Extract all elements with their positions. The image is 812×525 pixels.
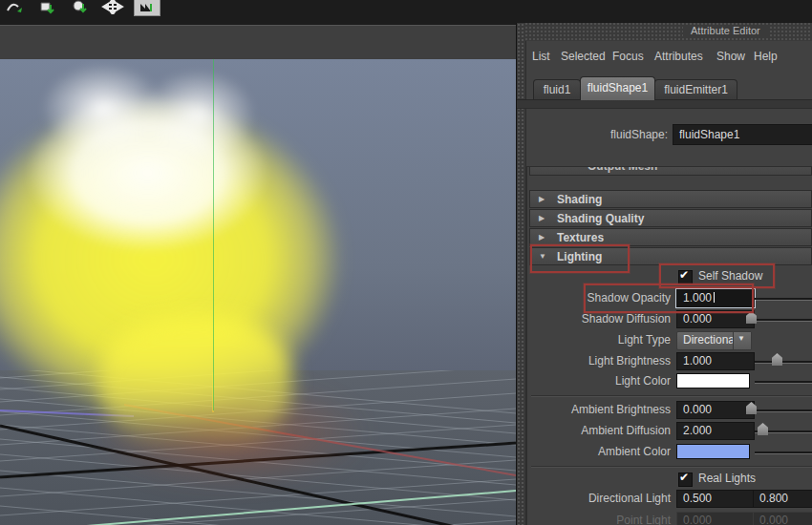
- shadow-opacity-label: Shadow Opacity: [527, 291, 671, 304]
- slider-handle[interactable]: [758, 423, 768, 435]
- check-icon: ✔: [679, 268, 689, 282]
- attribute-editor-titlebar[interactable]: Attribute Editor: [525, 23, 812, 41]
- perspective-viewport[interactable]: [0, 59, 516, 525]
- fluid-tool-icon-1[interactable]: [3, 0, 28, 16]
- real-lights-row: ✔ Real Lights: [527, 472, 812, 491]
- ambient-brightness-label: Ambient Brightness: [527, 403, 671, 416]
- light-brightness-field[interactable]: 1.000: [676, 352, 755, 370]
- section-shading[interactable]: ▶ Shading: [529, 190, 812, 208]
- chevron-right-icon: ▶: [539, 233, 545, 242]
- group-divider: [531, 466, 812, 468]
- light-brightness-slider[interactable]: [755, 361, 812, 363]
- shadow-diffusion-field[interactable]: 0.000: [676, 310, 755, 328]
- section-textures[interactable]: ▶ Textures: [529, 228, 812, 246]
- directional-light-row: Directional Light 0.500 0.800: [527, 490, 812, 509]
- light-color-row: Light Color: [527, 372, 812, 391]
- tab-fluidshape1[interactable]: fluidShape1: [580, 76, 655, 100]
- shadow-opacity-slider[interactable]: [755, 298, 812, 300]
- slider-handle[interactable]: [772, 353, 782, 366]
- chevron-right-icon: ▶: [539, 214, 545, 222]
- section-shading-quality[interactable]: ▶ Shading Quality: [529, 209, 812, 227]
- real-lights-checkbox[interactable]: ✔: [678, 472, 693, 487]
- shadow-diffusion-label: Shadow Diffusion: [527, 312, 671, 326]
- section-output-mesh-clipped[interactable]: Output Mesh: [529, 167, 812, 177]
- point-light-row: Point Light 0.000 0.000: [527, 512, 812, 525]
- fluid-emitter-icon[interactable]: [68, 0, 93, 16]
- light-type-row: Light Type Directional ▼: [527, 331, 812, 350]
- menu-list[interactable]: List: [532, 50, 550, 63]
- directional-light-field-1[interactable]: 0.500: [676, 490, 755, 508]
- chevron-down-icon: ▼: [539, 252, 546, 261]
- light-type-dropdown[interactable]: Directional ▼: [676, 331, 752, 350]
- section-lighting[interactable]: ▼ Lighting: [529, 247, 812, 265]
- maya-window: { "toolbar": { "icon_names": ["fluid-too…: [0, 0, 812, 525]
- ambient-brightness-slider[interactable]: [755, 410, 812, 411]
- top-shelf-toolbar: [0, 0, 812, 26]
- ambient-diffusion-row: Ambient Diffusion 2.000: [527, 422, 812, 441]
- menu-show[interactable]: Show: [716, 50, 745, 63]
- ambient-brightness-row: Ambient Brightness 0.000: [527, 401, 812, 420]
- chevron-down-icon: ▼: [737, 334, 745, 343]
- ambient-color-swatch[interactable]: [676, 444, 750, 459]
- ambient-color-row: Ambient Color: [527, 443, 812, 462]
- ambient-brightness-field[interactable]: 0.000: [676, 401, 755, 419]
- fluid-explosion-top: [14, 61, 310, 276]
- ambient-diffusion-label: Ambient Diffusion: [527, 424, 671, 437]
- directional-light-label: Directional Light: [527, 492, 671, 505]
- attribute-editor-title: Attribute Editor: [683, 25, 768, 36]
- self-shadow-row: ✔ Self Shadow: [527, 269, 812, 288]
- tab-baseline: [517, 99, 812, 109]
- group-divider: [531, 395, 812, 397]
- chevron-right-icon: ▶: [539, 195, 545, 203]
- shadow-diffusion-slider[interactable]: [755, 319, 812, 321]
- point-light-field-2: 0.000: [753, 512, 812, 525]
- tab-fluid1[interactable]: fluid1: [533, 79, 581, 100]
- attributes-scroll-area: Output Mesh ▶ Shading ▶ Shading Quality …: [526, 166, 812, 525]
- shadow-opacity-field[interactable]: 1.000: [676, 289, 755, 307]
- self-shadow-label: Self Shadow: [698, 269, 762, 283]
- ambient-color-label: Ambient Color: [527, 445, 671, 458]
- y-axis-line: [213, 59, 214, 410]
- menu-focus[interactable]: Focus: [612, 50, 644, 63]
- tab-fluidemitter1[interactable]: fluidEmitter1: [654, 79, 737, 100]
- shadow-opacity-row: Shadow Opacity 1.000: [527, 289, 812, 308]
- move-manipulator-icon[interactable]: [100, 0, 125, 16]
- ambient-color-slider[interactable]: [755, 452, 812, 453]
- menu-help[interactable]: Help: [754, 50, 778, 63]
- check-icon: ✔: [679, 471, 689, 484]
- shadow-diffusion-row: Shadow Diffusion 0.000: [527, 310, 812, 329]
- light-color-swatch[interactable]: [676, 373, 750, 388]
- menu-attributes[interactable]: Attributes: [654, 50, 703, 63]
- point-light-label: Point Light: [527, 514, 671, 525]
- self-shadow-checkbox[interactable]: ✔: [678, 270, 693, 284]
- real-lights-label: Real Lights: [698, 472, 756, 485]
- ground-grid: [0, 370, 516, 525]
- light-brightness-row: Light Brightness 1.000: [527, 352, 812, 371]
- dropdown-arrow-button[interactable]: ▼: [733, 332, 751, 349]
- light-brightness-label: Light Brightness: [527, 354, 671, 368]
- light-type-label: Light Type: [527, 333, 671, 346]
- node-name-field[interactable]: fluidShape1: [673, 124, 812, 145]
- fluid-tool-icon-2[interactable]: [35, 0, 60, 16]
- point-light-field-1: 0.000: [676, 512, 755, 525]
- active-tool-icon[interactable]: [134, 0, 160, 16]
- menu-selected[interactable]: Selected: [561, 50, 606, 63]
- panel-drag-handle[interactable]: [517, 23, 526, 525]
- light-color-slider[interactable]: [755, 381, 812, 383]
- viewport-top-gutter: [0, 25, 516, 60]
- node-type-label: fluidShape:: [517, 128, 668, 141]
- text-cursor: [714, 292, 715, 303]
- light-color-label: Light Color: [527, 374, 671, 388]
- attribute-editor-panel: Attribute Editor List Selected Focus Att…: [516, 23, 812, 525]
- directional-light-field-2[interactable]: 0.800: [753, 490, 812, 508]
- ambient-diffusion-field[interactable]: 2.000: [676, 422, 755, 440]
